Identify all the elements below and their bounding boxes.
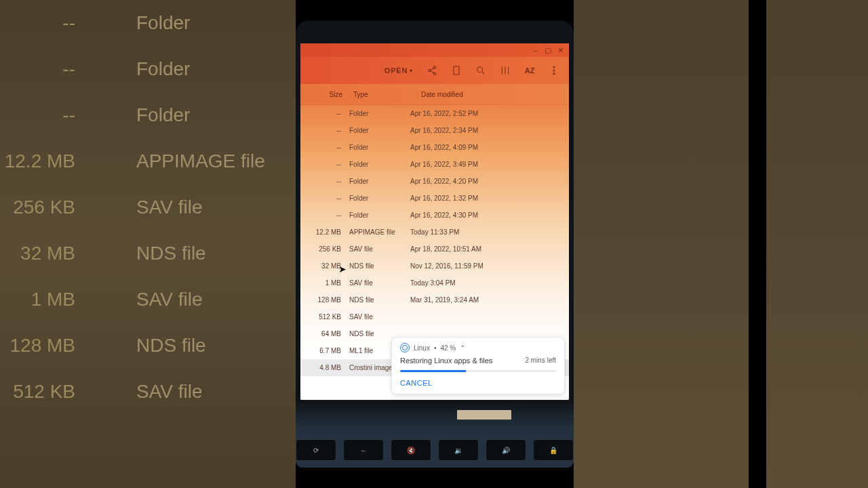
svg-point-4 <box>477 67 483 73</box>
cell-size: 1 MB <box>300 279 341 287</box>
background-row: 256 KBSAV file <box>0 184 296 230</box>
sort-az-icon[interactable]: AZ <box>524 65 535 76</box>
restore-progress-toast: Linux • 42 % ⌃ Restoring Linux apps & fi… <box>391 337 565 394</box>
svg-point-2 <box>433 73 435 75</box>
table-row[interactable]: --FolderApr 16, 2022, 1:32 PM <box>300 190 569 207</box>
column-header-date[interactable]: Date modified <box>421 91 569 98</box>
bg-type: NDS file <box>136 335 206 357</box>
bg-size: 128 MB <box>4 335 75 357</box>
cell-type: NDS file <box>349 296 410 304</box>
bg-size: -- <box>4 58 75 80</box>
table-row[interactable]: 512 KBSAV file <box>300 308 569 325</box>
laptop-frame: – ▢ ✕ OPEN AZ <box>296 20 574 468</box>
bg-size: 1 MB <box>4 289 75 310</box>
table-row[interactable]: --FolderApr 16, 2022, 4:09 PM <box>300 139 569 156</box>
cell-date: Apr 16, 2022, 2:52 PM <box>410 110 569 117</box>
table-row[interactable]: 128 MBNDS fileMar 31, 2019, 3:24 AM <box>300 291 569 308</box>
cell-date: Mar 31, 2019, 3:24 AM <box>410 296 569 304</box>
cell-type: Folder <box>349 127 410 134</box>
column-header-type[interactable]: Type <box>353 91 414 98</box>
share-icon[interactable] <box>427 65 437 76</box>
cell-size: 32 MB <box>300 262 341 270</box>
svg-point-5 <box>553 66 555 68</box>
toast-separator: • <box>434 344 437 352</box>
cell-date: Apr 16, 2022, 4:30 PM <box>410 211 569 219</box>
table-row[interactable]: 12.2 MBAPPIMAGE fileToday 11:33 PM <box>300 224 569 241</box>
bg-size: -- <box>4 104 75 126</box>
background-divider <box>749 0 766 488</box>
window-titlebar: – ▢ ✕ <box>300 43 569 57</box>
keyboard-row: ⟳←🔇🔉🔊🔒 <box>296 439 574 461</box>
table-row[interactable]: 32 MBNDS fileNov 12, 2016, 11:59 PM <box>300 258 569 274</box>
bg-size: 12.2 MB <box>4 150 75 172</box>
keyboard-key: ← <box>343 439 384 461</box>
bg-type: Folder <box>136 104 190 126</box>
bg-size: 512 KB <box>4 381 75 403</box>
cell-size: -- <box>300 211 341 219</box>
cell-date: Apr 16, 2022, 2:34 PM <box>410 127 569 134</box>
laptop-touchpad-notch <box>457 410 511 420</box>
bg-size: -- <box>4 12 75 34</box>
bg-type: APPIMAGE file <box>136 150 265 172</box>
table-row[interactable]: --FolderApr 16, 2022, 2:52 PM <box>300 105 569 122</box>
view-toggle-icon[interactable] <box>500 65 511 76</box>
table-row[interactable]: --FolderApr 16, 2022, 4:20 PM <box>300 173 569 190</box>
cell-type: Folder <box>349 211 410 219</box>
chevron-up-icon[interactable]: ⌃ <box>460 344 465 352</box>
svg-rect-3 <box>454 66 459 75</box>
table-row[interactable]: --FolderApr 16, 2022, 2:34 PM <box>300 122 569 139</box>
cell-date: Apr 16, 2022, 4:09 PM <box>410 144 569 151</box>
window-close-button[interactable]: ✕ <box>557 47 564 54</box>
bg-type: NDS file <box>136 243 206 264</box>
toast-header[interactable]: Linux • 42 % ⌃ <box>400 343 556 352</box>
background-row: 128 MBNDS file <box>0 323 296 369</box>
cell-size: 256 KB <box>300 245 341 253</box>
cell-size: 4.8 MB <box>300 364 341 371</box>
cell-type: SAV file <box>349 313 410 321</box>
cell-size: -- <box>300 144 341 151</box>
keyboard-key: 🔒 <box>533 439 574 461</box>
background-row: 1 MBSAV file <box>0 277 296 323</box>
cell-size: -- <box>300 195 341 202</box>
table-row[interactable]: 256 KBSAV fileApr 18, 2022, 10:51 AM <box>300 241 569 258</box>
column-header-size[interactable]: Size <box>300 91 347 98</box>
background-row: --Folder <box>0 0 296 46</box>
column-divider: ⋮ <box>414 91 421 98</box>
bg-type: SAV file <box>136 289 203 310</box>
cancel-button[interactable]: CANCEL <box>400 379 433 387</box>
cell-date: Apr 18, 2022, 10:51 AM <box>410 245 569 253</box>
more-menu-icon[interactable] <box>549 65 559 76</box>
toast-app-name: Linux <box>414 344 430 352</box>
window-maximize-button[interactable]: ▢ <box>545 47 551 54</box>
toast-progress-bar <box>400 370 556 372</box>
open-button[interactable]: OPEN <box>384 66 413 75</box>
cell-type: Folder <box>349 161 410 168</box>
cell-size: 6.7 MB <box>300 347 341 354</box>
svg-point-7 <box>553 73 555 75</box>
table-row[interactable]: --FolderApr 16, 2022, 4:30 PM <box>300 207 569 224</box>
window-minimize-button[interactable]: – <box>532 47 539 54</box>
cell-date: Apr 16, 2022, 4:20 PM <box>410 178 569 185</box>
background-blur-far-right <box>766 0 868 488</box>
cell-date: Apr 16, 2022, 1:32 PM <box>410 195 569 202</box>
cell-size: 128 MB <box>300 296 341 304</box>
cell-size: 64 MB <box>300 330 341 338</box>
bg-size: 256 KB <box>4 197 75 218</box>
background-zoom-panel: --Folder--Folder--Folder12.2 MBAPPIMAGE … <box>0 0 296 488</box>
cell-date: Nov 12, 2016, 11:59 PM <box>410 262 569 270</box>
table-row[interactable]: --FolderApr 16, 2022, 3:49 PM <box>300 156 569 173</box>
bg-type: Folder <box>136 12 190 34</box>
column-headers: Size ⋮ Type ⋮ Date modified <box>300 84 569 105</box>
search-icon[interactable] <box>475 65 486 76</box>
toast-title: Restoring Linux apps & files <box>400 357 492 365</box>
cell-type: Folder <box>349 110 410 117</box>
background-row: 12.2 MBAPPIMAGE file <box>0 138 296 184</box>
delete-icon[interactable] <box>451 65 462 76</box>
svg-point-6 <box>553 70 555 71</box>
table-row[interactable]: 1 MBSAV fileToday 3:04 PM <box>300 274 569 291</box>
cell-type: NDS file <box>349 262 410 270</box>
cell-type: Folder <box>349 178 410 185</box>
cell-size: 12.2 MB <box>300 228 341 236</box>
column-divider: ⋮ <box>347 91 353 98</box>
cell-size: -- <box>300 110 341 117</box>
